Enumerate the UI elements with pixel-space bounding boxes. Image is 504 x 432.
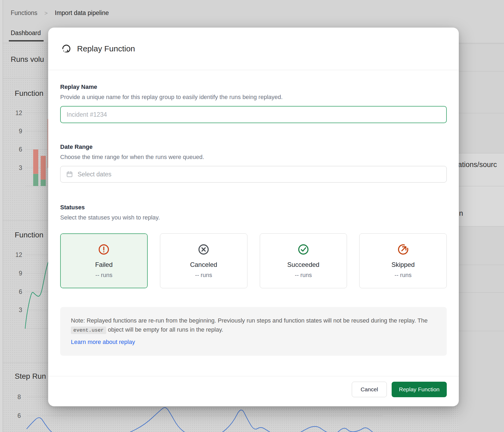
replay-name-input[interactable] (60, 106, 447, 123)
date-range-section: Date Range Choose the time range for whe… (60, 143, 447, 183)
row-divider (459, 186, 504, 186)
row-divider (459, 226, 504, 226)
cancel-button[interactable]: Cancel (352, 382, 387, 397)
modal-body: Replay Name Provide a unique name for th… (48, 70, 459, 376)
row-divider (459, 265, 504, 265)
status-card-runs: -- runs (96, 272, 113, 279)
chevron-right-icon: > (44, 10, 48, 16)
statuses-section: Statuses Select the statuses you wish to… (60, 204, 447, 288)
date-range-input[interactable]: Select dates (60, 166, 447, 183)
status-card-succeeded[interactable]: Succeeded -- runs (260, 233, 347, 288)
row-divider (459, 44, 504, 44)
truncated-text: n (459, 209, 463, 218)
row-divider (459, 153, 504, 153)
replay-function-button[interactable]: Replay Function (392, 382, 447, 397)
status-card-runs: -- runs (395, 272, 412, 279)
modal-header: Replay Function (48, 28, 459, 70)
tab-dashboard[interactable]: Dashboard (11, 29, 41, 37)
status-card-canceled[interactable]: Canceled -- runs (160, 233, 247, 288)
modal-footer: Cancel Replay Function (48, 376, 459, 406)
runs-volume-heading: Runs volu (11, 55, 44, 64)
calendar-icon (66, 170, 73, 178)
modal-title: Replay Function (77, 44, 135, 53)
step-runs-heading: Step Run (15, 372, 46, 381)
function-chart-heading: Function (15, 89, 43, 98)
screen: Functions > Import data pipeline Dashboa… (0, 0, 504, 432)
statuses-label: Statuses (60, 204, 447, 211)
page-left-border (0, 0, 3, 432)
status-cards: Failed -- runs Canceled -- runs (60, 233, 447, 288)
row-divider (459, 113, 504, 113)
x-circle-icon (197, 243, 210, 256)
note-text: Note: Replayed functions are re-run from… (71, 317, 427, 324)
statuses-description: Select the statuses you wish to replay. (60, 214, 447, 221)
status-card-label: Skipped (391, 261, 415, 268)
breadcrumb-item-functions[interactable]: Functions (11, 9, 37, 16)
note-text: object will be empty for all runs in the… (106, 326, 223, 333)
status-card-failed[interactable]: Failed -- runs (60, 233, 148, 288)
replay-name-description: Provide a unique name for this replay gr… (60, 94, 447, 101)
replay-note: Note: Replayed functions are re-run from… (60, 307, 447, 356)
tab-active-underline (9, 40, 44, 41)
row-divider (459, 331, 504, 331)
replay-name-section: Replay Name Provide a unique name for th… (60, 84, 447, 123)
status-card-label: Failed (95, 261, 113, 268)
code-chip-event-user: event.user (71, 327, 106, 334)
date-range-description: Choose the time range for when the runs … (60, 154, 447, 161)
background-table-right (459, 43, 504, 432)
status-card-label: Succeeded (287, 261, 319, 268)
function-chart-heading-2: Function (15, 231, 43, 239)
check-circle-icon (297, 243, 310, 256)
replay-function-modal: Replay Function Replay Name Provide a un… (48, 28, 459, 406)
breadcrumb: Functions > Import data pipeline (11, 8, 109, 18)
learn-more-link[interactable]: Learn more about replay (71, 338, 135, 347)
status-card-label: Canceled (190, 261, 217, 268)
date-range-label: Date Range (60, 143, 447, 150)
replay-name-label: Replay Name (60, 84, 447, 90)
status-card-skipped[interactable]: Skipped -- runs (359, 233, 447, 288)
truncated-event-name: ations/sourc (458, 161, 497, 169)
breadcrumb-item-function-name[interactable]: Import data pipeline (55, 9, 109, 16)
skip-circle-icon (397, 243, 409, 256)
date-range-placeholder: Select dates (78, 171, 112, 178)
row-divider (459, 71, 504, 71)
status-card-runs: -- runs (195, 272, 212, 279)
status-card-runs: -- runs (295, 272, 312, 279)
alert-circle-icon (98, 243, 110, 256)
row-divider (459, 292, 504, 293)
replay-icon (61, 43, 72, 54)
